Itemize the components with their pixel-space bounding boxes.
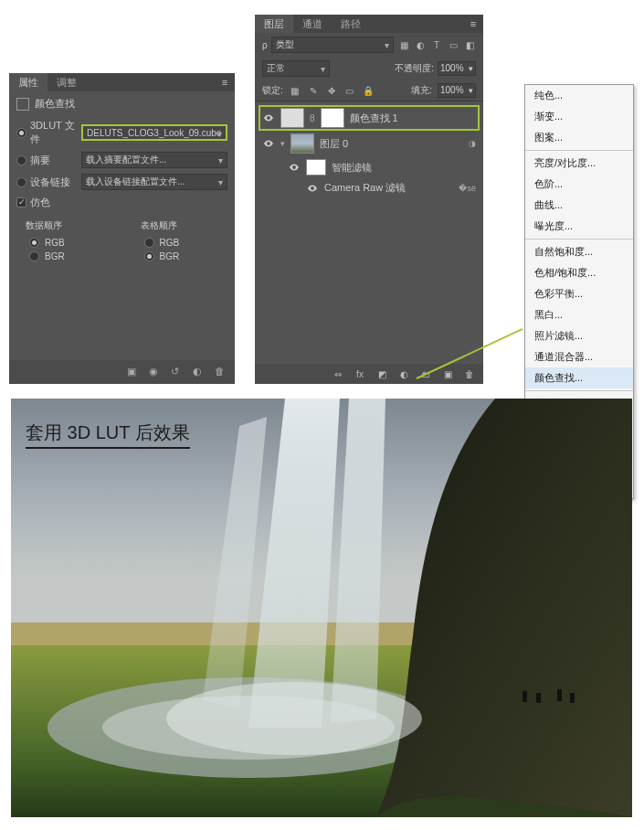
label-table-order: 表格顺序 <box>141 219 228 232</box>
clip-icon[interactable]: ▣ <box>127 366 140 378</box>
radio-table-rgb[interactable] <box>144 238 154 248</box>
radio-data-rgb[interactable] <box>29 238 39 248</box>
layers-tabbar: 图层 通道 路径 ≡ <box>255 15 483 33</box>
menu-item[interactable]: 亮度/对比度... <box>525 153 633 174</box>
fx-icon[interactable]: fx <box>354 367 366 380</box>
image-thumb <box>290 133 314 154</box>
mask-thumb <box>321 108 344 128</box>
layer-color-lookup[interactable]: 8 颜色查找 1 <box>259 105 480 131</box>
layer-name: 颜色查找 1 <box>350 112 398 125</box>
svg-rect-8 <box>570 693 575 703</box>
link-icon: 8 <box>310 113 315 123</box>
smart-object-icon: ◑ <box>469 139 476 148</box>
blend-mode-dropdown[interactable]: 正常 <box>262 60 330 77</box>
properties-footer: ▣ ◉ ↺ ◐ 🗑 <box>9 360 235 384</box>
filter-mask-thumb <box>306 159 326 176</box>
fill-field[interactable]: 100% <box>438 83 476 98</box>
eye-icon[interactable] <box>288 161 301 174</box>
menu-item[interactable]: 黑白... <box>525 304 633 325</box>
tab-paths[interactable]: 路径 <box>332 15 370 33</box>
dropdown-abstract[interactable]: 载入摘要配置文件... <box>81 152 227 168</box>
adjustment-thumb <box>280 108 304 128</box>
lock-pixels-icon[interactable]: ✎ <box>307 84 320 97</box>
menu-item[interactable]: 色阶... <box>525 174 633 195</box>
label-dither: 仿色 <box>30 196 50 209</box>
menu-item[interactable]: 通道混合器... <box>525 346 633 367</box>
radio-abstract[interactable] <box>16 155 26 165</box>
radio-table-bgr[interactable] <box>144 251 154 261</box>
eye-icon[interactable] <box>306 182 319 195</box>
opacity-label: 不透明度: <box>395 62 434 75</box>
menu-item[interactable]: 纯色... <box>525 85 633 106</box>
lock-all-icon[interactable]: 🔒 <box>362 84 375 97</box>
checkbox-dither[interactable] <box>16 197 26 208</box>
result-caption: 套用 3D LUT 后效果 <box>26 420 190 449</box>
layers-footer: ⇔ fx ◩ ◐ 🗀 ▣ 🗑 <box>255 364 483 384</box>
fill-label: 填充: <box>411 84 432 97</box>
menu-item[interactable]: 色相/饱和度... <box>525 262 633 283</box>
layer-camera-raw-filter[interactable]: Camera Raw 滤镜 �së <box>302 178 480 197</box>
dropdown-3dlut-file[interactable]: DELUTS_CLOG3_Look_09.cube <box>81 124 227 141</box>
delete-icon[interactable]: 🗑 <box>463 367 476 380</box>
lock-label: 锁定: <box>262 84 283 97</box>
lock-artboard-icon[interactable]: ▭ <box>343 84 356 97</box>
layer-image[interactable]: ▾ 图层 0 ◑ <box>259 131 480 156</box>
mask-icon[interactable]: ◩ <box>375 367 388 380</box>
link-layers-icon[interactable]: ⇔ <box>332 367 344 380</box>
svg-rect-6 <box>536 693 541 703</box>
layer-name: 图层 0 <box>320 137 348 151</box>
trash-icon[interactable]: 🗑 <box>215 366 227 378</box>
lock-position-icon[interactable]: ✥ <box>325 84 338 97</box>
menu-item[interactable]: 图案... <box>525 127 633 148</box>
result-image <box>11 399 632 817</box>
eye-icon[interactable] <box>262 137 275 150</box>
layers-panel-menu-icon[interactable]: ≡ <box>463 15 483 33</box>
layer-smart-filters[interactable]: 智能滤镜 <box>284 156 480 178</box>
label-3dlut: 3DLUT 文件 <box>30 119 78 146</box>
radio-devicelink[interactable] <box>16 177 26 187</box>
menu-item[interactable]: 颜色查找... <box>525 367 633 388</box>
eye-icon[interactable] <box>262 112 275 124</box>
menu-separator <box>525 390 633 391</box>
lock-transparency-icon[interactable]: ▦ <box>289 84 301 97</box>
menu-item[interactable]: 渐变... <box>525 106 633 127</box>
order-groups: 数据顺序 RGB BGR 表格顺序 RGB BGR <box>9 212 235 263</box>
label-devicelink: 设备链接 <box>30 176 78 189</box>
menu-item[interactable]: 色彩平衡... <box>525 283 633 304</box>
kind-label: ρ <box>262 40 268 50</box>
tab-layers[interactable]: 图层 <box>255 15 293 33</box>
radio-3dlut[interactable] <box>16 128 26 138</box>
layer-name: 智能滤镜 <box>332 161 372 175</box>
properties-panel: 属性 调整 ≡ 颜色查找 3DLUT 文件 DELUTS_CLOG3_Look_… <box>9 73 235 384</box>
new-layer-icon[interactable]: ▣ <box>441 367 454 380</box>
layer-list: 8 颜色查找 1 ▾ 图层 0 ◑ 智能滤镜 Camera Raw 滤镜 �së <box>255 101 483 201</box>
menu-item[interactable]: 照片滤镜... <box>525 325 633 346</box>
menu-separator <box>525 150 633 151</box>
tab-channels[interactable]: 通道 <box>293 15 332 33</box>
opacity-field[interactable]: 100% <box>438 61 476 76</box>
visibility-icon[interactable]: ◐ <box>193 366 206 378</box>
menu-item[interactable]: 自然饱和度... <box>525 241 633 262</box>
filter-shape-icon[interactable]: ▭ <box>447 38 459 51</box>
color-lookup-icon <box>16 98 29 111</box>
svg-rect-5 <box>523 691 527 702</box>
tab-properties[interactable]: 属性 <box>9 73 48 91</box>
radio-data-bgr[interactable] <box>29 251 39 261</box>
layers-panel: 图层 通道 路径 ≡ ρ 类型 ▦ ◐ T ▭ ◧ 正常 不透明度: 100% … <box>255 15 483 384</box>
prev-state-icon[interactable]: ◉ <box>149 366 162 378</box>
filter-smart-icon[interactable]: ◧ <box>463 38 476 51</box>
tab-adjustments[interactable]: 调整 <box>48 73 86 91</box>
reset-icon[interactable]: ↺ <box>171 366 184 378</box>
menu-item[interactable]: 曲线... <box>525 195 633 216</box>
filter-pixel-icon[interactable]: ▦ <box>397 38 410 51</box>
panel-menu-icon[interactable]: ≡ <box>215 73 235 91</box>
filter-kind-dropdown[interactable]: 类型 <box>271 37 394 53</box>
adjustment-layer-icon[interactable]: ◐ <box>397 367 410 380</box>
menu-item[interactable]: 曝光度... <box>525 216 633 237</box>
filter-type-icon[interactable]: T <box>430 38 443 51</box>
filter-adjust-icon[interactable]: ◐ <box>414 38 427 51</box>
filter-blend-icon[interactable]: �së <box>459 184 476 193</box>
expand-arrow-icon[interactable]: ▾ <box>280 139 285 148</box>
panel-title-text: 颜色查找 <box>35 97 75 111</box>
dropdown-devicelink[interactable]: 载入设备链接配置文件... <box>81 174 227 190</box>
